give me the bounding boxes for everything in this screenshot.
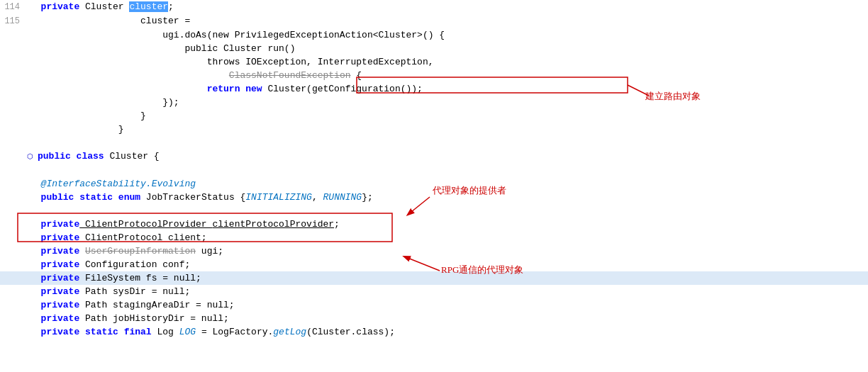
code-token: ; (201, 232, 207, 243)
line-content: private Path jobHistoryDir = null; (27, 312, 868, 325)
code-line: private Path sysDir = null; (0, 285, 868, 298)
code-line: }); (0, 96, 868, 109)
line-content: private FileSystem fs = null; (27, 271, 868, 285)
code-token (30, 300, 41, 310)
code-token (30, 259, 41, 270)
code-token: public (30, 192, 79, 203)
line-number: 115 (0, 15, 27, 28)
line-content: public static enum JobTrackerStatus {INI… (27, 191, 868, 204)
code-token: final (124, 327, 152, 337)
code-token: public (38, 151, 77, 162)
code-line (0, 339, 868, 352)
code-token: Path stagingAreaDir = null; (79, 300, 234, 310)
code-token: , (312, 192, 323, 203)
line-content: private Path sysDir = null; (27, 285, 868, 298)
code-line: private ClientProtocol client; (0, 231, 868, 244)
code-line: private FileSystem fs = null; (0, 271, 868, 285)
code-token: private (41, 327, 80, 337)
code-token: static (79, 192, 113, 203)
line-content: private ClientProtocolProvider clientPro… (27, 218, 868, 231)
code-token: JobTrackerStatus { (140, 192, 245, 203)
code-line: ClassNotFoundException { (0, 69, 868, 82)
code-token: }); (30, 97, 179, 108)
code-line: @InterfaceStability.Evolving (0, 177, 868, 191)
code-token: public Cluster run() (30, 43, 295, 54)
line-content: private static final Log LOG = LogFactor… (27, 325, 868, 339)
code-token: }; (362, 192, 373, 203)
code-token (30, 286, 41, 297)
code-token: ClientProtocol (79, 232, 168, 243)
code-token: private (41, 286, 80, 297)
code-token: return (207, 84, 240, 94)
code-token (30, 84, 207, 94)
code-token: (Cluster.class); (306, 327, 395, 337)
code-token (113, 192, 118, 203)
code-line: } (0, 109, 868, 123)
line-content: } (27, 109, 868, 123)
code-token: class (77, 151, 104, 162)
code-token: private (41, 232, 80, 243)
code-token: private (41, 1, 80, 12)
code-line: private static final Log LOG = LogFactor… (0, 325, 868, 339)
code-line: private UserGroupInformation ugi; (0, 244, 868, 258)
code-line: 115 cluster = (0, 14, 868, 28)
code-token (79, 327, 85, 337)
code-token: ; (334, 219, 340, 230)
code-token: RUNNING (323, 192, 362, 203)
code-line: private Configuration conf; (0, 258, 868, 271)
breakpoint-dot: ⬡ (27, 150, 33, 164)
code-line (0, 136, 868, 150)
code-token (30, 232, 41, 243)
code-token: new (245, 84, 262, 94)
code-token: static (85, 327, 118, 337)
line-content: private ClientProtocol client; (27, 231, 868, 244)
code-token: ; (168, 1, 174, 12)
line-content: private Configuration conf; (27, 258, 868, 271)
line-content: private Path stagingAreaDir = null; (27, 298, 868, 312)
code-token: } (30, 111, 146, 121)
code-token: private (41, 273, 80, 283)
code-token: private (41, 259, 80, 270)
code-line (0, 204, 868, 218)
code-token (30, 1, 41, 12)
code-line: public static enum JobTrackerStatus {INI… (0, 191, 868, 204)
code-token: Cluster(getConfiguration()); (262, 84, 423, 94)
code-line (0, 164, 868, 177)
code-line: private Path jobHistoryDir = null; (0, 312, 868, 325)
code-token: private (41, 300, 80, 310)
code-token (30, 313, 41, 324)
code-token: getLog (273, 327, 306, 337)
code-token: Cluster { (104, 151, 160, 162)
code-token: } (30, 124, 124, 135)
code-token: clientProtocolProvider (212, 219, 334, 230)
code-token: LOG (179, 327, 196, 337)
code-token (30, 219, 41, 230)
code-line: public Cluster run() (0, 42, 868, 55)
code-token: cluster (129, 1, 168, 12)
classnotfound-strikethrough: ClassNotFoundException (229, 70, 351, 81)
line-content: return new Cluster(getConfiguration()); (27, 82, 868, 96)
code-token: Path sysDir = null; (79, 286, 190, 297)
code-token: enum (118, 192, 140, 203)
code-token: INITIALIZING (245, 192, 312, 203)
line-content: cluster = (27, 14, 868, 28)
code-token: cluster = (30, 16, 190, 26)
code-token: client (168, 232, 201, 243)
code-token: private (41, 219, 80, 230)
code-token (30, 273, 41, 283)
code-line: private ClientProtocolProvider clientPro… (0, 218, 868, 231)
code-line: 114 private Cluster cluster; (0, 0, 868, 14)
code-token (118, 327, 124, 337)
code-token: ClientProtocolProvider (79, 219, 212, 230)
throws-keyword: throws (207, 57, 240, 67)
line-content: }); (27, 96, 868, 109)
code-token: private (41, 313, 80, 324)
code-token: Cluster (79, 1, 129, 12)
line-content: ClassNotFoundException { (27, 69, 868, 82)
code-token: Path jobHistoryDir = null; (79, 313, 229, 324)
code-line: throws IOException, InterruptedException… (0, 55, 868, 69)
code-token: @InterfaceStability.Evolving (30, 179, 196, 189)
code-line: } (0, 123, 868, 136)
code-line: ⬡public class Cluster { (0, 150, 868, 164)
line-content: throws IOException, InterruptedException… (27, 55, 868, 69)
